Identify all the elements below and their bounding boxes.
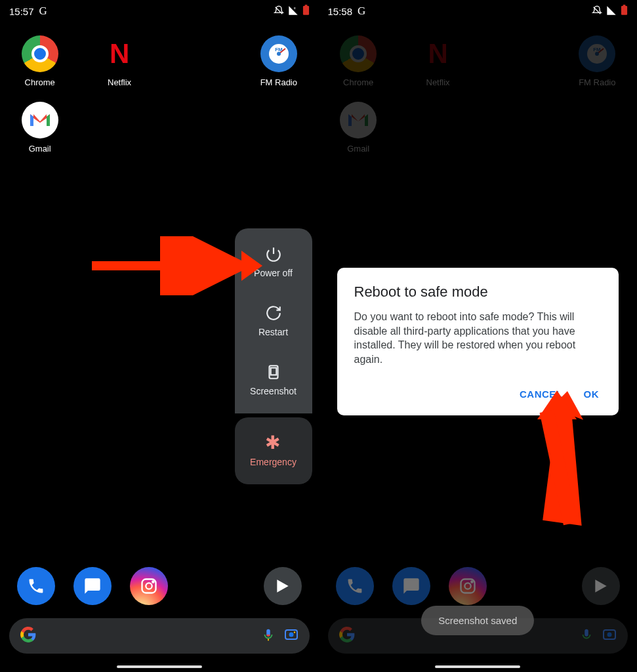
google-g-icon	[339, 626, 356, 646]
dock-play[interactable]	[582, 567, 620, 605]
gmail-icon	[340, 102, 377, 138]
netflix-icon: N	[101, 35, 138, 72]
status-time: 15:58	[328, 6, 353, 17]
app-label: Netflix	[108, 77, 131, 87]
app-gmail[interactable]: Gmail	[319, 102, 398, 154]
svg-rect-16	[621, 6, 627, 15]
app-netflix[interactable]: N Netflix	[79, 35, 159, 87]
restart-label: Restart	[258, 327, 288, 337]
lens-icon[interactable]	[602, 627, 617, 645]
svg-rect-17	[623, 5, 626, 6]
svg-rect-1	[302, 6, 308, 15]
emergency-button[interactable]: ✱ Emergency	[235, 421, 312, 480]
safe-mode-dialog: Reboot to safe mode Do you want to reboo…	[337, 268, 619, 415]
dock	[319, 567, 638, 605]
svg-rect-28	[540, 410, 578, 525]
emergency-label: Emergency	[250, 457, 297, 467]
fmradio-icon: FM	[579, 35, 615, 72]
chrome-icon	[340, 35, 377, 72]
dock	[0, 567, 319, 605]
screenshot-button[interactable]: Screenshot	[235, 350, 312, 410]
google-g-icon	[20, 626, 37, 646]
app-gmail[interactable]: Gmail	[0, 102, 79, 154]
svg-point-22	[464, 583, 470, 589]
svg-point-11	[146, 583, 152, 589]
mic-icon[interactable]	[261, 627, 276, 644]
app-empty	[478, 35, 557, 87]
signal-icon	[606, 5, 617, 18]
app-label: Gmail	[347, 144, 369, 154]
svg-point-15	[293, 631, 295, 633]
app-chrome[interactable]: Chrome	[319, 35, 398, 87]
svg-point-23	[471, 581, 472, 582]
dock-phone[interactable]	[17, 567, 55, 605]
svg-text:FM: FM	[275, 47, 283, 52]
restart-button[interactable]: Restart	[235, 291, 312, 350]
app-chrome[interactable]: Chrome	[0, 35, 79, 87]
app-netflix[interactable]: N Netflix	[398, 35, 478, 87]
app-fmradio[interactable]: FM FM Radio	[239, 35, 318, 87]
status-bar: 15:58 G	[319, 0, 638, 20]
signal-icon: x	[288, 5, 298, 18]
home-indicator[interactable]	[435, 665, 520, 668]
chrome-icon	[22, 35, 58, 72]
app-label: FM Radio	[260, 77, 297, 87]
svg-point-14	[289, 633, 293, 637]
dock-phone[interactable]	[336, 567, 374, 605]
mute-icon	[592, 5, 602, 18]
screenshot-label: Screenshot	[250, 386, 297, 396]
ok-button[interactable]: OK	[581, 385, 602, 404]
dock-messages[interactable]	[392, 567, 430, 605]
google-indicator: G	[358, 5, 365, 18]
battery-icon	[621, 5, 628, 18]
app-label: Chrome	[343, 77, 373, 87]
cancel-button[interactable]: CANCEL	[517, 385, 565, 404]
netflix-icon: N	[420, 35, 457, 72]
mute-icon	[274, 5, 284, 18]
phone-left: 15:57 G x Chrome N Netflix	[0, 0, 319, 672]
search-bar[interactable]	[9, 618, 310, 654]
svg-rect-2	[304, 5, 307, 6]
app-label: FM Radio	[579, 77, 615, 87]
svg-text:x: x	[293, 6, 295, 10]
emergency-icon: ✱	[265, 434, 282, 452]
app-label: Gmail	[29, 144, 51, 154]
power-off-label: Power off	[254, 268, 293, 278]
lens-icon[interactable]	[283, 627, 299, 645]
app-empty	[159, 35, 239, 87]
svg-point-25	[607, 633, 612, 637]
google-indicator: G	[39, 5, 47, 18]
dock-instagram[interactable]	[449, 567, 487, 605]
dialog-body: Do you want to reboot into safe mode? Th…	[354, 310, 602, 366]
dock-messages[interactable]	[73, 567, 112, 605]
app-label: Chrome	[25, 77, 55, 87]
app-fmradio[interactable]: FM FM Radio	[558, 35, 637, 87]
svg-rect-7	[270, 368, 276, 375]
gmail-icon	[22, 102, 58, 138]
status-time: 15:57	[9, 6, 34, 17]
power-off-button[interactable]: Power off	[235, 232, 312, 291]
status-bar: 15:57 G x	[0, 0, 319, 20]
home-indicator[interactable]	[117, 665, 202, 668]
dock-instagram[interactable]	[130, 567, 168, 605]
app-label: Netflix	[426, 77, 450, 87]
home-apps: Chrome N Netflix FM FM Radio Gmail	[319, 20, 638, 168]
battery-icon	[302, 5, 310, 18]
fmradio-icon: FM	[260, 35, 297, 72]
dialog-title: Reboot to safe mode	[354, 284, 602, 301]
mic-icon[interactable]	[579, 627, 594, 644]
toast-screenshot-saved: Screenshot saved	[421, 606, 534, 635]
svg-text:FM: FM	[594, 47, 602, 52]
power-menu: Power off Restart Screenshot ✱ Emergency	[235, 228, 312, 484]
dock-play[interactable]	[264, 567, 302, 605]
home-apps: Chrome N Netflix FM FM Radio Gmail	[0, 20, 319, 168]
phone-right: 15:58 G Chrome N Netflix FM FM Radio Gma…	[319, 0, 638, 672]
svg-point-12	[152, 581, 154, 582]
